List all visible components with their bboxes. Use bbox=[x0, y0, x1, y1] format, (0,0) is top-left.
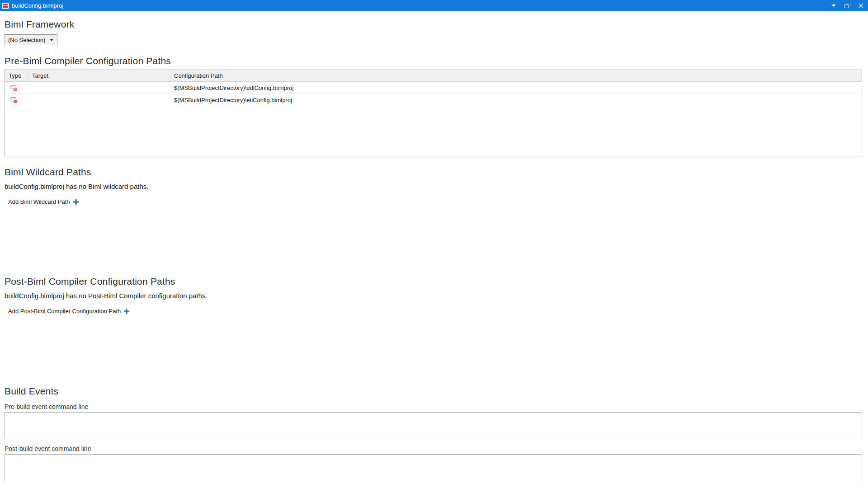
biml-framework-dropdown-value: (No Selection) bbox=[8, 37, 45, 43]
add-biml-wildcard-path-button[interactable]: Add Biml Wildcard Path bbox=[8, 198, 79, 205]
add-post-biml-config-path-label: Add Post-Biml Compiler Configuration Pat… bbox=[8, 308, 121, 314]
biml-framework-dropdown[interactable]: (No Selection) bbox=[5, 34, 57, 45]
plus-icon bbox=[124, 309, 129, 314]
config-file-icon bbox=[10, 96, 18, 103]
configuration-path-cell: $(MSBuildProjectDirectory)\ddlConfig.bim… bbox=[170, 82, 862, 94]
config-file-icon bbox=[10, 84, 18, 91]
type-cell bbox=[5, 94, 28, 106]
close-window-button[interactable] bbox=[857, 2, 864, 9]
pre-biml-heading: Pre-Biml Compiler Configuration Paths bbox=[5, 55, 862, 67]
type-cell bbox=[5, 82, 28, 94]
biml-wildcard-heading: Biml Wildcard Paths bbox=[5, 166, 862, 178]
pre-build-event-label: Pre-build event command line bbox=[5, 403, 862, 411]
build-events-heading: Build Events bbox=[5, 385, 862, 397]
post-biml-heading: Post-Biml Compiler Configuration Paths bbox=[5, 276, 862, 287]
window-controls bbox=[830, 2, 865, 9]
wildcard-empty-message: buildConfig.bimlproj has no Biml wildcar… bbox=[5, 182, 862, 191]
chevron-down-icon bbox=[831, 5, 836, 7]
window-titlebar: buildConfig.bimlproj bbox=[0, 0, 868, 11]
target-cell bbox=[28, 82, 170, 94]
column-header-configuration-path[interactable]: Configuration Path bbox=[170, 70, 862, 81]
combo-arrow-icon bbox=[50, 39, 53, 41]
restore-window-button[interactable] bbox=[844, 2, 851, 9]
post-build-event-label: Post-build event command line bbox=[5, 445, 862, 453]
window-position-button[interactable] bbox=[830, 2, 837, 9]
grid-empty-area bbox=[5, 106, 862, 156]
post-build-event-input[interactable] bbox=[5, 454, 862, 481]
column-header-target[interactable]: Target bbox=[28, 70, 170, 81]
config-path-row[interactable]: $(MSBuildProjectDirectory)\ddlConfig.bim… bbox=[5, 82, 862, 94]
target-cell bbox=[28, 94, 170, 106]
window-title: buildConfig.bimlproj bbox=[12, 2, 830, 9]
add-biml-wildcard-path-label: Add Biml Wildcard Path bbox=[8, 198, 70, 205]
close-icon bbox=[859, 3, 863, 8]
column-header-type[interactable]: Type bbox=[5, 70, 28, 81]
biml-framework-heading: Biml Framework bbox=[5, 19, 862, 30]
plus-icon bbox=[73, 199, 79, 205]
pre-build-event-input[interactable] bbox=[5, 412, 862, 439]
restore-icon bbox=[844, 3, 850, 9]
add-post-biml-config-path-button[interactable]: Add Post-Biml Compiler Configuration Pat… bbox=[8, 308, 129, 314]
pre-biml-config-grid: Type Target Configuration Path $(MSBuild… bbox=[5, 70, 862, 156]
biml-document-icon bbox=[2, 2, 9, 9]
post-biml-empty-message: buildConfig.bimlproj has no Post-Biml Co… bbox=[5, 291, 862, 300]
grid-header-row: Type Target Configuration Path bbox=[5, 70, 862, 82]
config-path-row[interactable]: $(MSBuildProjectDirectory)\etlConfig.bim… bbox=[5, 94, 862, 106]
configuration-path-cell: $(MSBuildProjectDirectory)\etlConfig.bim… bbox=[170, 94, 862, 106]
document-body: Biml Framework (No Selection) Pre-Biml C… bbox=[0, 19, 868, 481]
